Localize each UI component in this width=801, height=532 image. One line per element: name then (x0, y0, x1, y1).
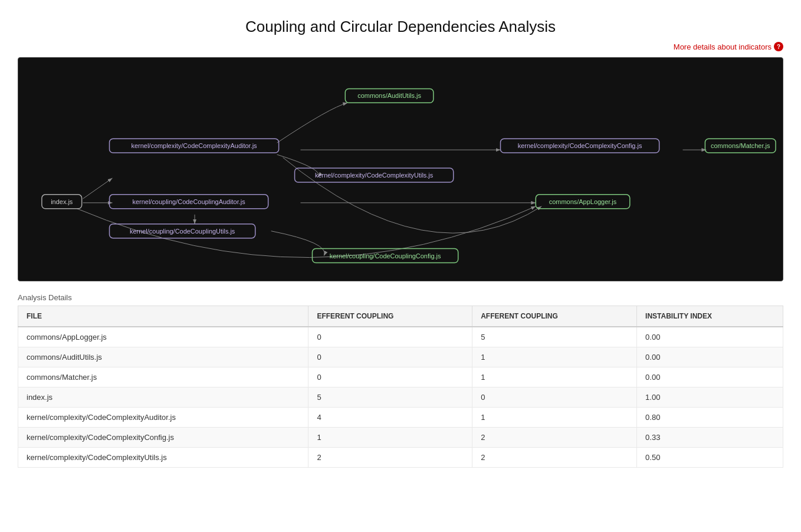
dependency-graph: commons/AuditUtils.js kernel/complexity/… (18, 58, 783, 281)
svg-text:index.js: index.js (51, 198, 73, 205)
cell-efferent: 0 (308, 327, 472, 347)
svg-text:commons/AppLogger.js: commons/AppLogger.js (549, 198, 617, 205)
svg-text:kernel/complexity/CodeComplexi: kernel/complexity/CodeComplexityAuditor.… (132, 142, 258, 149)
col-header-instability: INSTABILITY INDEX (637, 306, 783, 327)
analysis-table: FILE EFFERENT COUPLING AFFERENT COUPLING… (18, 306, 783, 468)
table-row: commons/AppLogger.js 0 5 0.00 (18, 327, 783, 347)
more-details-label: More details about indicators (674, 42, 772, 51)
more-details-link[interactable]: More details about indicators ? (674, 42, 783, 51)
cell-afferent: 5 (472, 327, 637, 347)
cell-file: index.js (18, 387, 308, 408)
svg-text:kernel/coupling/CodeCouplingUt: kernel/coupling/CodeCouplingUtils.js (130, 228, 235, 235)
node-couplingutils: kernel/coupling/CodeCouplingUtils.js (110, 224, 255, 238)
cell-file: kernel/complexity/CodeComplexityConfig.j… (18, 428, 308, 448)
cell-afferent: 1 (472, 367, 637, 387)
cell-file: commons/Matcher.js (18, 367, 308, 387)
cell-afferent: 1 (472, 408, 637, 428)
page-title: Coupling and Circular Dependencies Analy… (0, 0, 801, 42)
cell-efferent: 5 (308, 387, 472, 408)
cell-instability: 0.80 (637, 408, 783, 428)
table-row: kernel/complexity/CodeComplexityConfig.j… (18, 428, 783, 448)
node-matcher: commons/Matcher.js (705, 139, 776, 153)
node-couplingconfig: kernel/coupling/CodeCouplingConfig.js (312, 249, 458, 263)
node-complexityconfig: kernel/complexity/CodeComplexityConfig.j… (500, 139, 659, 153)
table-row: commons/Matcher.js 0 1 0.00 (18, 367, 783, 387)
edge-complexityauditor-applogger (283, 157, 542, 233)
svg-text:kernel/coupling/CodeCouplingAu: kernel/coupling/CodeCouplingAuditor.js (133, 198, 246, 205)
cell-file: commons/AuditUtils.js (18, 347, 308, 367)
cell-efferent: 2 (308, 448, 472, 468)
cell-instability: 0.33 (637, 428, 783, 448)
cell-instability: 0.00 (637, 347, 783, 367)
graph-container: commons/AuditUtils.js kernel/complexity/… (18, 57, 783, 281)
cell-file: kernel/complexity/CodeComplexityAuditor.… (18, 408, 308, 428)
node-complexityauditor: kernel/complexity/CodeComplexityAuditor.… (110, 139, 279, 153)
table-row: kernel/complexity/CodeComplexityUtils.js… (18, 448, 783, 468)
cell-efferent: 0 (308, 367, 472, 387)
cell-efferent: 1 (308, 428, 472, 448)
cell-efferent: 4 (308, 408, 472, 428)
cell-efferent: 0 (308, 347, 472, 367)
cell-afferent: 2 (472, 428, 637, 448)
col-header-afferent: AFFERENT COUPLING (472, 306, 637, 327)
table-row: kernel/complexity/CodeComplexityAuditor.… (18, 408, 783, 428)
svg-text:kernel/complexity/CodeComplexi: kernel/complexity/CodeComplexityConfig.j… (518, 142, 642, 149)
node-complexityutils: kernel/complexity/CodeComplexityUtils.js (295, 168, 454, 182)
col-header-efferent: EFFERENT COUPLING (308, 306, 472, 327)
table-row: index.js 5 0 1.00 (18, 387, 783, 408)
svg-text:commons/Matcher.js: commons/Matcher.js (711, 142, 770, 149)
cell-afferent: 0 (472, 387, 637, 408)
svg-text:commons/AuditUtils.js: commons/AuditUtils.js (357, 92, 421, 99)
cell-instability: 0.00 (637, 367, 783, 387)
node-index: index.js (42, 195, 82, 209)
cell-instability: 0.00 (637, 327, 783, 347)
svg-text:kernel/complexity/CodeComplexi: kernel/complexity/CodeComplexityUtils.js (315, 172, 434, 179)
cell-afferent: 1 (472, 347, 637, 367)
node-couplingauditor: kernel/coupling/CodeCouplingAuditor.js (110, 195, 268, 209)
edge-complexityauditor-auditutils (277, 103, 348, 143)
cell-instability: 1.00 (637, 387, 783, 408)
edge-couplingutils-couplingconfig (271, 231, 325, 256)
header-row: More details about indicators ? (0, 42, 801, 57)
table-row: commons/AuditUtils.js 0 1 0.00 (18, 347, 783, 367)
col-header-file: FILE (18, 306, 308, 327)
cell-instability: 0.50 (637, 448, 783, 468)
section-title: Analysis Details (18, 293, 783, 302)
help-icon: ? (774, 42, 783, 51)
edge-index-complexityauditor (83, 178, 113, 199)
node-auditutils: commons/AuditUtils.js (345, 88, 434, 103)
node-applogger: commons/AppLogger.js (536, 195, 630, 209)
svg-text:kernel/coupling/CodeCouplingCo: kernel/coupling/CodeCouplingConfig.js (330, 252, 441, 260)
cell-afferent: 2 (472, 448, 637, 468)
cell-file: kernel/complexity/CodeComplexityUtils.js (18, 448, 308, 468)
cell-file: commons/AppLogger.js (18, 327, 308, 347)
